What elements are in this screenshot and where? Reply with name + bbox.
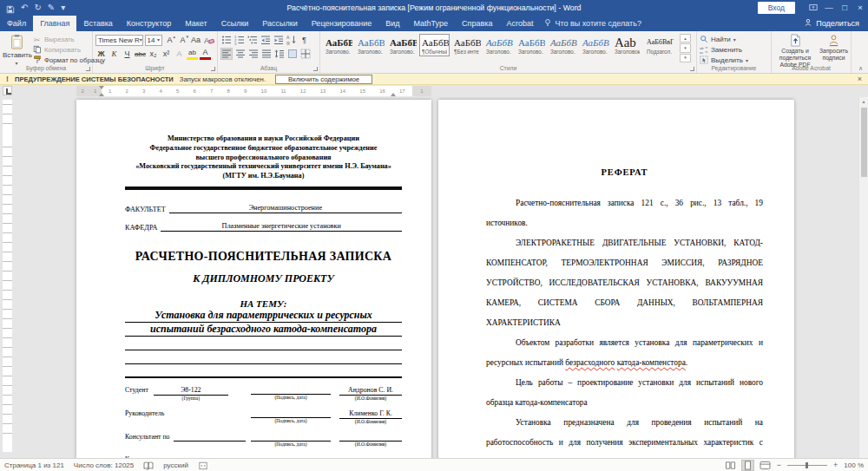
close-button[interactable]: ×	[852, 0, 868, 16]
customize-qat-icon[interactable]: ▾	[61, 1, 65, 15]
find-button[interactable]: Найти ▾	[700, 35, 768, 44]
zoom-slider[interactable]	[787, 465, 827, 466]
increase-indent-icon[interactable]	[273, 34, 284, 46]
minimize-button[interactable]: —	[821, 0, 837, 16]
decrease-indent-icon[interactable]	[260, 34, 271, 46]
ribbon-tab-7[interactable]: Рассылки	[255, 16, 304, 31]
ribbon-tab-5[interactable]: Макет	[178, 16, 214, 31]
first-line-indent-marker[interactable]	[99, 86, 104, 89]
scroll-up-icon[interactable]: ▴	[859, 97, 868, 107]
zoom-in-icon[interactable]: +	[833, 459, 838, 471]
tab-stop-selector[interactable]	[3, 86, 12, 95]
language-indicator[interactable]: русский	[163, 461, 188, 469]
highlight-color-button[interactable]: ab	[187, 48, 198, 60]
multilevel-list-icon[interactable]	[247, 34, 258, 46]
ribbon-tab-12[interactable]: Acrobat	[499, 16, 540, 31]
font-family-select[interactable]: Times New R ▾	[95, 35, 143, 46]
page-indicator[interactable]: Страница 1 из 121	[4, 461, 64, 469]
align-center-icon[interactable]	[234, 48, 246, 60]
shading-icon[interactable]	[286, 48, 298, 60]
undo-icon[interactable]: ↶	[21, 1, 28, 15]
justify-icon[interactable]	[260, 48, 272, 60]
ribbon-tab-6[interactable]: Ссылки	[214, 16, 256, 31]
italic-button[interactable]: К	[108, 48, 120, 60]
strikethrough-button[interactable]: abc	[135, 48, 146, 60]
restore-button[interactable]: □	[837, 0, 852, 16]
ribbon-tab-4[interactable]: Конструктор	[120, 16, 178, 31]
styles-scroll-up-icon[interactable]: ▴	[680, 34, 691, 43]
ribbon-tab-11[interactable]: Справка	[455, 16, 499, 31]
paragraph-dialog-launcher[interactable]	[313, 67, 318, 71]
right-indent-marker[interactable]	[391, 93, 396, 96]
styles-scroll-down-icon[interactable]: ▾	[680, 43, 691, 52]
style-chip-8[interactable]: АаБбВвЗаголово...	[548, 34, 578, 56]
request-signatures-button[interactable]: Запросить подписи	[819, 33, 848, 63]
ribbon-tab-3[interactable]: Вставка	[76, 16, 119, 31]
vertical-scrollbar[interactable]: ▴	[858, 97, 868, 458]
zoom-level[interactable]: 100 %	[844, 461, 864, 469]
bold-button[interactable]: Ж	[95, 48, 107, 60]
line-spacing-icon[interactable]	[273, 48, 285, 60]
print-layout-icon[interactable]	[742, 461, 753, 470]
draw-mode-icon[interactable]: ✎	[48, 1, 55, 15]
style-chip-5[interactable]: АаБбВвІ¶Без инте...	[451, 34, 482, 56]
style-chip-10[interactable]: АаbЗаголовок	[612, 34, 642, 56]
show-formatting-marks-icon[interactable]: ¶	[299, 34, 310, 46]
paste-button[interactable]: Вставить ▾	[3, 33, 30, 67]
bullets-icon[interactable]	[220, 34, 232, 46]
style-chip-3[interactable]: АаБбВвЗаголово...	[387, 34, 418, 56]
save-icon[interactable]	[6, 3, 15, 14]
ribbon-tab-9[interactable]: Вид	[378, 16, 406, 31]
ribbon-tab-10[interactable]: MathType	[407, 16, 456, 31]
web-layout-icon[interactable]	[760, 461, 771, 470]
ribbon-tab-8[interactable]: Рецензирование	[305, 16, 379, 31]
zoom-out-icon[interactable]: −	[777, 459, 781, 471]
tell-me-box[interactable]: Что вы хотите сделать?	[543, 16, 641, 31]
align-right-icon[interactable]	[247, 48, 259, 60]
grow-font-button[interactable]: А	[164, 34, 175, 46]
page-1[interactable]: Министерство образования и науки Российс…	[76, 100, 431, 458]
style-chip-1[interactable]: АаБбВЗаголово...	[323, 34, 353, 56]
scrollbar-thumb[interactable]	[861, 108, 867, 177]
style-chip-11[interactable]: АаБбВвГПодзагол...	[644, 34, 674, 56]
font-dialog-launcher[interactable]	[211, 67, 215, 71]
style-chip-4[interactable]: АаБбВв¶Обычный	[419, 34, 450, 56]
styles-dialog-launcher[interactable]	[690, 67, 694, 71]
borders-icon[interactable]	[299, 48, 311, 60]
redo-icon[interactable]: ↻	[34, 1, 41, 15]
read-mode-icon[interactable]	[725, 461, 736, 470]
style-chip-2[interactable]: АаБбВвЗаголово...	[355, 34, 385, 56]
superscript-button[interactable]: x²	[161, 48, 172, 60]
zoom-slider-thumb[interactable]	[806, 462, 808, 468]
styles-more-icon[interactable]: ▾	[680, 54, 691, 62]
style-chip-9[interactable]: АаБбВвЗаголово...	[580, 34, 610, 56]
ribbon-tab-1[interactable]: Файл	[0, 16, 33, 31]
proofing-icon[interactable]	[143, 461, 154, 470]
font-size-select[interactable]: 14 ▾	[145, 35, 162, 46]
share-button[interactable]: Поделиться	[804, 16, 868, 31]
sign-in-button[interactable]: Вход	[758, 2, 795, 14]
page-2[interactable]: РЕФЕРАТ Расчетно-пояснительная записка 1…	[438, 100, 794, 458]
underline-button[interactable]: Ч	[122, 48, 133, 60]
replace-button[interactable]: abac Заменить	[700, 45, 768, 55]
macro-record-icon[interactable]	[198, 461, 208, 470]
enable-content-button[interactable]: Включить содержимое	[275, 75, 372, 84]
text-effects-button[interactable]: А	[174, 48, 185, 60]
style-chip-6[interactable]: АаБбВЗаголово...	[483, 34, 514, 56]
message-bar-close-icon[interactable]: ×	[858, 75, 868, 83]
clear-formatting-button[interactable]: А	[203, 34, 214, 46]
word-count[interactable]: Число слов: 12025	[74, 461, 134, 469]
create-share-pdf-button[interactable]: Создать и поделиться Adobe PDF	[774, 33, 816, 63]
font-color-button[interactable]: А	[200, 48, 211, 60]
horizontal-ruler[interactable]: 21 1234567891011121314151617 1	[76, 86, 431, 96]
subscript-button[interactable]: x₂	[148, 48, 159, 60]
clipboard-dialog-launcher[interactable]	[86, 67, 90, 71]
shrink-font-button[interactable]: А	[177, 34, 188, 46]
style-chip-7[interactable]: АаБбВвЗаголово...	[516, 34, 546, 56]
numbering-icon[interactable]: 123	[233, 34, 245, 46]
align-left-icon[interactable]	[220, 48, 233, 60]
change-case-button[interactable]: Аа	[190, 34, 201, 46]
vertical-ruler[interactable]	[3, 100, 12, 452]
ribbon-display-options-icon[interactable]	[806, 0, 821, 16]
hanging-indent-marker[interactable]	[99, 93, 104, 96]
